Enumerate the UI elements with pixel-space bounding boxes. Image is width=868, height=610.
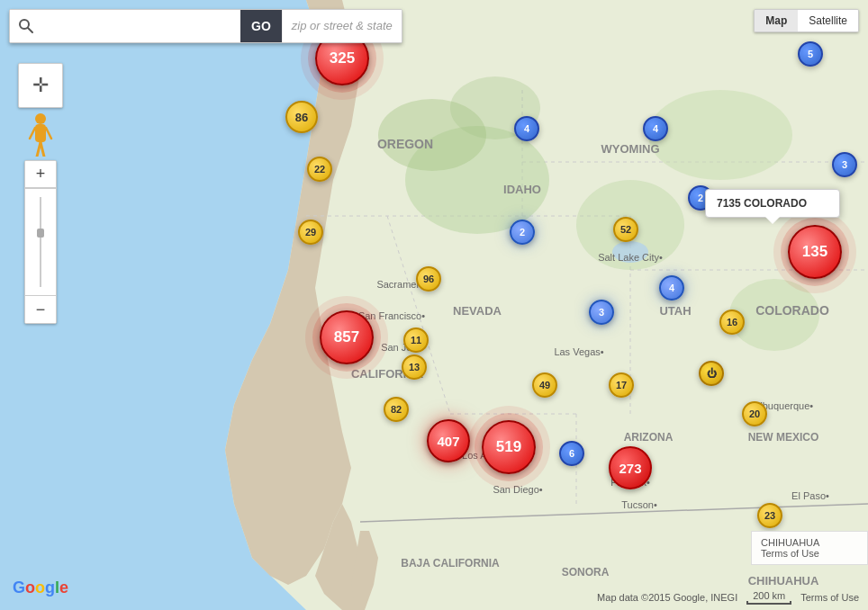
map-marker-m20[interactable]: 4 [643,116,668,141]
map-marker-m19[interactable]: 4 [514,116,539,141]
zoom-controls: + − [24,160,57,324]
google-o1: o [25,579,35,597]
map-marker-m27[interactable]: 6 [559,441,584,466]
zoom-out-button[interactable]: − [25,296,56,323]
map-marker-m26[interactable]: 3 [589,300,614,325]
scale-line [746,601,791,605]
search-bar: GO zip or street & state [9,9,402,43]
svg-text:SONORA: SONORA [562,566,610,579]
svg-line-46 [28,28,32,32]
google-g: G [13,579,25,597]
google-o2: o [35,579,45,597]
nav-controls: + − [18,63,63,324]
svg-text:NEW MEXICO: NEW MEXICO [748,431,819,444]
svg-text:San Diego•: San Diego• [493,484,542,495]
chihuahua-label: CHIHUAHUA [761,537,858,548]
map-attribution: Map data ©2015 Google, INEGI 200 km Term… [597,590,859,605]
search-hint: zip or street & state [282,10,402,42]
pegman-icon [28,112,53,157]
svg-text:COLORADO: COLORADO [755,303,829,318]
map-marker-m8[interactable]: 13 [402,354,427,380]
map-marker-m5[interactable]: 96 [416,266,441,292]
svg-text:UTAH: UTAH [659,304,691,318]
zoom-in-button[interactable]: + [25,161,56,188]
map-container: OREGON IDAHO NEVADA CALIFORNIA WYOMING U… [0,0,868,610]
google-e: e [59,579,68,597]
scale-bar: 200 km [746,590,791,605]
map-marker-m2[interactable]: 86 [285,101,318,133]
search-icon [18,18,34,34]
map-marker-m25[interactable]: 4 [659,275,684,301]
svg-rect-54 [37,229,44,238]
callout-popup: 7135 COLORADO [705,189,840,218]
map-background: OREGON IDAHO NEVADA CALIFORNIA WYOMING U… [0,0,868,610]
map-marker-m3[interactable]: 22 [307,157,332,182]
svg-text:WYOMING: WYOMING [601,142,660,156]
map-marker-m14[interactable]: 17 [609,372,634,398]
google-logo: Google [13,579,68,597]
map-marker-m12[interactable]: 519 [482,420,536,474]
map-view-button[interactable]: Map [755,10,798,31]
svg-point-16 [648,90,792,180]
map-marker-m21[interactable]: 3 [832,152,857,177]
map-marker-m28[interactable]: ⏻ [699,361,724,386]
svg-line-50 [41,142,44,157]
svg-text:El Paso•: El Paso• [791,490,829,501]
pan-control[interactable] [18,63,63,108]
svg-point-47 [35,113,46,124]
svg-text:Las Vegas•: Las Vegas• [554,346,603,357]
map-marker-m11[interactable]: 407 [427,419,470,462]
satellite-view-button[interactable]: Satellite [798,10,858,31]
map-marker-m7[interactable]: 11 [403,327,429,353]
svg-line-52 [46,128,51,139]
map-data-text: Map data ©2015 Google, INEGI [597,592,737,603]
svg-text:ARIZONA: ARIZONA [624,431,674,444]
google-g2: g [45,579,55,597]
search-icon-wrap [10,10,42,42]
map-marker-m4[interactable]: 29 [298,220,323,245]
map-marker-m9[interactable]: 82 [384,397,409,422]
svg-text:Salt Lake City•: Salt Lake City• [598,252,663,263]
zoom-slider-track [37,197,44,287]
chihuahua-terms-box: CHIHUAHUA Terms of Use [751,531,868,565]
map-marker-m23[interactable]: 52 [613,217,638,242]
go-button[interactable]: GO [240,10,282,42]
street-view-icon[interactable] [25,112,56,157]
map-marker-m17[interactable]: 16 [719,309,745,335]
svg-text:NEVADA: NEVADA [453,304,502,318]
callout-title: 7135 COLORADO [717,197,828,210]
svg-text:BAJA CALIFORNIA: BAJA CALIFORNIA [401,557,500,570]
zoom-slider[interactable] [25,188,56,296]
terms-label: Terms of Use [761,548,858,559]
scale-label: 200 km [753,590,785,601]
map-type-controls: Map Satellite [754,9,859,32]
map-marker-m24[interactable]: 2 [510,220,535,245]
map-marker-m29[interactable]: 5 [798,41,823,67]
map-marker-m16[interactable]: 23 [757,503,782,528]
search-input[interactable] [42,10,240,42]
svg-text:OREGON: OREGON [377,137,433,151]
terms-of-use-link[interactable]: Terms of Use [800,592,859,603]
svg-text:IDAHO: IDAHO [503,183,541,196]
svg-rect-48 [35,124,46,142]
map-marker-m6[interactable]: 857 [320,310,374,364]
svg-line-51 [30,128,35,139]
svg-text:CHIHUAHUA: CHIHUAHUA [748,574,819,588]
map-marker-m18[interactable]: 135 [788,225,842,279]
map-marker-m10[interactable]: 49 [532,372,557,398]
svg-text:Tucson•: Tucson• [621,499,657,510]
map-marker-m13[interactable]: 273 [609,446,652,489]
map-marker-m15[interactable]: 20 [742,401,767,426]
svg-text:San Francisco•: San Francisco• [358,310,425,321]
